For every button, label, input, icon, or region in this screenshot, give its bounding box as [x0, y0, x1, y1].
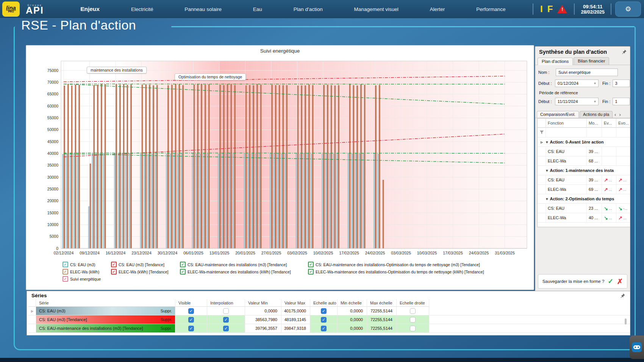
- remote-access-tab[interactable]: [630, 335, 644, 359]
- clock-time: 09:54:11: [581, 4, 605, 9]
- svg-text:03/02/2025: 03/02/2025: [287, 251, 307, 255]
- energy-chart-panel: 0500010000150002000025000300003500040000…: [26, 45, 534, 290]
- nav-item-performance[interactable]: Performance: [476, 6, 505, 12]
- legend-checkbox[interactable]: ✓: [63, 269, 68, 275]
- logo-api-text: API: [26, 6, 44, 14]
- legend-checkbox[interactable]: ✓: [308, 269, 314, 275]
- echelle-droite-checkbox[interactable]: [410, 317, 416, 323]
- nav-item-enjeux[interactable]: Enjeux: [80, 6, 100, 12]
- subtab-scroll-left-icon[interactable]: ‹: [613, 112, 617, 117]
- echelle-droite-checkbox[interactable]: [410, 326, 416, 331]
- remote-access-icon: [632, 342, 642, 352]
- subtab-comparaison-evol[interactable]: Comparaison/Evol.: [537, 111, 579, 118]
- suppr-link[interactable]: Suppr.: [161, 326, 172, 331]
- legend-checkbox[interactable]: ✓: [180, 262, 186, 267]
- tab-plan-dactions[interactable]: Plan d'actions: [538, 58, 573, 65]
- interpolation-checkbox[interactable]: ✓: [223, 317, 229, 323]
- visible-checkbox[interactable]: ✓: [188, 326, 194, 331]
- nav-item-eau[interactable]: Eau: [253, 6, 262, 12]
- status-indicator-i[interactable]: I: [540, 5, 543, 14]
- visible-checkbox[interactable]: ✓: [188, 317, 194, 323]
- top-navigation-bar: lina PRO Groupe API EnjeuxElectricitéPan…: [0, 0, 644, 19]
- legend-checkbox[interactable]: ✓: [111, 269, 117, 275]
- pin-icon[interactable]: [620, 293, 625, 298]
- funnel-icon[interactable]: [539, 130, 544, 135]
- legend-checkbox[interactable]: ✓: [180, 269, 186, 275]
- action-group-row[interactable]: ▾Action: 1-maintenance des insta: [538, 166, 630, 175]
- nav-item-plan-d-action[interactable]: Plan d'action: [294, 6, 323, 12]
- tab-bilan-financier[interactable]: Bilan financier: [574, 57, 609, 65]
- decrease-arrow-icon: ↘: [604, 215, 608, 221]
- legend-label: CS: EAU (m3): [70, 262, 95, 267]
- svg-text:35000: 35000: [47, 163, 58, 167]
- interpolation-checkbox[interactable]: ✓: [223, 326, 229, 331]
- legend-checkbox[interactable]: ✓: [308, 262, 314, 267]
- suppr-link[interactable]: Suppr.: [161, 309, 172, 313]
- action-group-row[interactable]: ▾Action: 2-Optimisation du temps: [538, 194, 630, 204]
- settings-button[interactable]: ⚙: [615, 2, 641, 17]
- ref-debut-date-select[interactable]: 11/11/2024 ▾: [555, 98, 599, 105]
- confirm-check-icon[interactable]: ✓: [608, 277, 613, 286]
- svg-text:17/02/2025: 17/02/2025: [339, 251, 359, 255]
- page-title: RSE - Plan d'action: [21, 18, 136, 33]
- pin-icon[interactable]: [622, 49, 627, 55]
- increase-arrow-icon: ↗: [604, 177, 608, 183]
- max-echelle: 72255,5144: [370, 309, 392, 313]
- status-indicator-f[interactable]: F: [547, 5, 553, 14]
- warning-exclamation: !: [561, 7, 563, 12]
- svg-text:10/03/2025: 10/03/2025: [417, 251, 437, 255]
- legend-checkbox[interactable]: ✓: [63, 276, 68, 282]
- topbar-divider: [611, 3, 611, 15]
- title-accent-line: [171, 26, 635, 27]
- cancel-x-icon[interactable]: ✗: [617, 277, 623, 286]
- annotation-maintenance[interactable]: maintenance des installations: [87, 67, 147, 73]
- echelle-auto-checkbox[interactable]: ✓: [321, 317, 327, 323]
- echelle-droite-checkbox[interactable]: [410, 308, 416, 314]
- clock: 09:54:11 28/02/2025: [575, 4, 611, 15]
- series-scrollbar-thumb[interactable]: [625, 318, 627, 325]
- nom-field[interactable]: Suivi energétique: [556, 69, 618, 76]
- application-window: lina PRO Groupe API EnjeuxElectricitéPan…: [0, 0, 644, 362]
- legend-checkbox[interactable]: ✓: [111, 262, 117, 267]
- suppr-link[interactable]: Suppr.: [161, 317, 172, 322]
- chevron-down-icon: ▾: [594, 81, 596, 86]
- chevron-down-icon: ▾: [594, 99, 596, 104]
- debut-date-select[interactable]: 01/12/2024 ▾: [555, 80, 599, 87]
- gear-icon: ⚙: [625, 5, 631, 13]
- series-row: ▹CS: EAU (m3)Suppr.✓0,000040175,0000✓0,0…: [28, 307, 630, 315]
- decrease-arrow-icon: ↘: [604, 206, 608, 211]
- warning-alert-icon[interactable]: !: [557, 5, 567, 13]
- svg-text:55000: 55000: [47, 115, 58, 120]
- valeur-min: 0,0000: [264, 309, 277, 313]
- echelle-auto-checkbox[interactable]: ✓: [321, 308, 327, 314]
- legend-label: ELEC-Wa-maintenance des installations-Op…: [316, 270, 484, 274]
- comparison-row: CS: EAU39 ...↗...↗...: [538, 175, 630, 185]
- subtab-scroll-right-icon[interactable]: ›: [618, 112, 622, 117]
- svg-text:10/02/2025: 10/02/2025: [313, 251, 333, 255]
- increase-arrow-icon: ↗: [604, 187, 608, 192]
- legend-label: ELEC-Wa (kWh) [Tendance]: [119, 270, 169, 274]
- nav-item-panneau-solaire[interactable]: Panneau solaire: [184, 6, 222, 12]
- expand-arrow-icon[interactable]: ▹: [31, 309, 33, 314]
- interpolation-checkbox[interactable]: [223, 308, 229, 314]
- legend-item: ✓CS: EAU-maintenance des installations-O…: [308, 262, 530, 267]
- nav-item-management-visuel[interactable]: Management visuel: [354, 6, 399, 12]
- annotation-optimisation[interactable]: Optimisation du temps de nettoyage: [175, 73, 246, 80]
- echelle-auto-checkbox[interactable]: ✓: [321, 326, 327, 331]
- ref-fin-date-field[interactable]: 1: [613, 98, 630, 105]
- valeur-max: 39847,9318: [284, 326, 306, 331]
- status-indicators: I F !: [533, 5, 574, 14]
- nom-label: Nom :: [538, 70, 556, 75]
- valeur-max: 40175,0000: [284, 309, 306, 313]
- action-group-row[interactable]: ▹▾Action: 0-Avant 1ère action: [538, 137, 630, 147]
- nav-item-alerter[interactable]: Alerter: [430, 6, 445, 12]
- subtab-actions-du-plan[interactable]: Actions du pla: [580, 111, 613, 118]
- nav-item-electricit-[interactable]: Electricité: [131, 6, 153, 12]
- visible-checkbox[interactable]: ✓: [188, 308, 194, 314]
- fin-date-field[interactable]: 3: [613, 80, 630, 87]
- ref-fin-label: Fin :: [602, 99, 613, 104]
- legend-checkbox[interactable]: ✓: [63, 262, 68, 267]
- svg-text:31/03/2025: 31/03/2025: [495, 251, 515, 255]
- debut-label: Début :: [538, 81, 555, 86]
- ref-debut-label: Début :: [538, 99, 555, 104]
